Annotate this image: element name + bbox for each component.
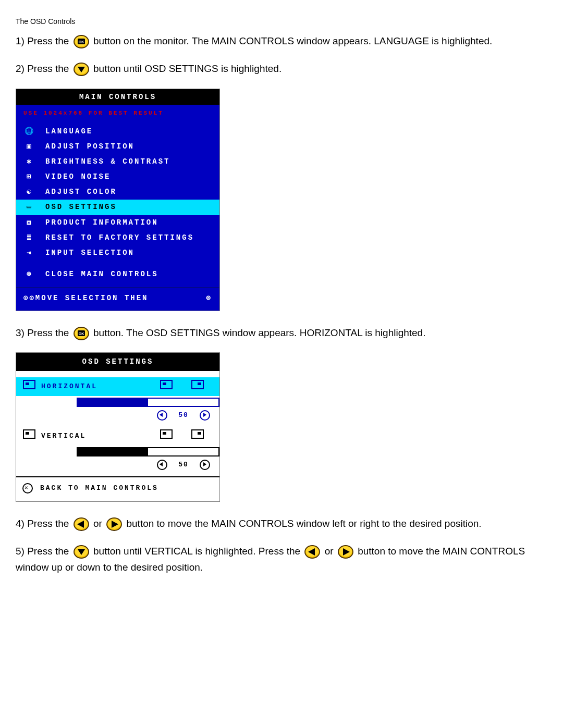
step-3-text-a: 3) Press the [16, 327, 72, 338]
ok-button-icon [74, 327, 89, 340]
menu-item-label: RESET TO FACTORY SETTINGS [36, 232, 194, 244]
ok-button-icon [74, 35, 89, 48]
menu-item-label: VIDEO NOISE [36, 171, 111, 183]
menu-item-brightness-contrast[interactable]: ✱ BRIGHTNESS & CONTRAST [16, 154, 219, 169]
step-1: 1) Press the button on the monitor. The … [16, 33, 547, 49]
reset-icon: ≣ [23, 232, 36, 244]
menu-item-adjust-position[interactable]: ▣ ADJUST POSITION [16, 139, 219, 154]
menu-item-label: ADJUST POSITION [36, 141, 134, 153]
vertical-value: 50 [167, 459, 200, 470]
left-button-icon [74, 517, 89, 531]
osd-row-vertical[interactable]: VERTICAL [16, 427, 219, 445]
osd-row-label: VERTICAL [36, 430, 151, 441]
video-noise-icon: ⊞ [23, 171, 36, 183]
horizontal-bar [77, 398, 219, 407]
step-1-text-b: button on the monitor. The MAIN CONTROLS… [93, 35, 492, 46]
decrease-icon[interactable] [157, 410, 167, 421]
down-button-icon [74, 545, 89, 559]
nav-icons: ⊙⊙ [23, 292, 35, 304]
horizontal-value: 50 [167, 410, 200, 421]
close-icon: ⊗ [23, 268, 36, 280]
step-5-text-c: or [325, 546, 336, 557]
vertical-bar [77, 447, 219, 456]
adjust-color-icon: ☯ [23, 186, 36, 198]
increase-icon[interactable] [200, 460, 210, 470]
step-3-text-b: button. The OSD SETTINGS window appears.… [93, 327, 425, 338]
osd-settings-icon: ▭ [23, 201, 36, 213]
step-5-text-a: 5) Press the [16, 546, 72, 557]
step-2-text-a: 2) Press the [16, 63, 72, 74]
menu-item-product-info[interactable]: ⧈ PRODUCT INFORMATION [16, 215, 219, 230]
footer-end-icon: ⊗ [206, 292, 212, 304]
menu-item-language[interactable]: 🌐 LANGUAGE [16, 124, 219, 139]
pos-bottom-icon [182, 429, 213, 442]
step-4-text-b: or [93, 518, 105, 529]
menu-item-label: CLOSE MAIN CONTROLS [36, 268, 158, 280]
adjust-position-icon: ▣ [23, 141, 36, 153]
step-4: 4) Press the or button to move the MAIN … [16, 515, 547, 532]
main-controls-title: MAIN CONTROLS [16, 89, 219, 105]
step-1-text-a: 1) Press the [16, 35, 72, 46]
step-4-text-c: button to move the MAIN CONTROLS window … [126, 518, 481, 529]
menu-item-label: ADJUST COLOR [36, 186, 117, 198]
osd-row-label: HORIZONTAL [36, 381, 151, 392]
footer-text: MOVE SELECTION THEN [35, 292, 206, 304]
menu-item-label: INPUT SELECTION [36, 247, 134, 259]
menu-item-label: BRIGHTNESS & CONTRAST [36, 156, 170, 168]
right-button-icon [338, 545, 353, 559]
osd-settings-title: OSD SETTINGS [16, 353, 219, 371]
input-selection-icon: ⇥ [23, 247, 36, 259]
step-2-text-b: button until OSD SETTINGS is highlighted… [93, 63, 282, 74]
step-3: 3) Press the button. The OSD SETTINGS wi… [16, 325, 547, 341]
pos-right-icon [182, 380, 213, 393]
main-controls-footer: ⊙⊙ MOVE SELECTION THEN ⊗ [16, 287, 219, 311]
language-icon: 🌐 [23, 126, 36, 138]
pos-left-icon [151, 380, 182, 393]
step-5-text-b: button until VERTICAL is highlighted. Pr… [93, 546, 303, 557]
main-controls-menu: 🌐 LANGUAGE ▣ ADJUST POSITION ✱ BRIGHTNES… [16, 124, 219, 287]
pos-top-icon [151, 429, 182, 442]
decrease-icon[interactable] [157, 460, 167, 470]
menu-item-label: OSD SETTINGS [36, 201, 117, 213]
osd-settings-panel: OSD SETTINGS HORIZONTAL 50 VERTICAL 50 B… [16, 352, 220, 501]
menu-item-adjust-color[interactable]: ☯ ADJUST COLOR [16, 184, 219, 200]
menu-item-label: PRODUCT INFORMATION [36, 217, 158, 229]
doc-title: The OSD Controls [16, 16, 547, 28]
main-controls-hint: USE 1024x768 FOR BEST RESULT [16, 105, 219, 124]
menu-item-input-selection[interactable]: ⇥ INPUT SELECTION [16, 245, 219, 261]
menu-item-osd-settings[interactable]: ▭ OSD SETTINGS [16, 200, 219, 215]
horizontal-adjust-row: 50 [16, 409, 219, 427]
vertical-adjust-row: 50 [16, 458, 219, 476]
osd-row-horizontal[interactable]: HORIZONTAL [16, 377, 219, 396]
step-5: 5) Press the button until VERTICAL is hi… [16, 543, 547, 576]
back-icon [22, 483, 33, 493]
menu-item-label: LANGUAGE [36, 126, 93, 138]
increase-icon[interactable] [200, 410, 210, 421]
menu-item-video-noise[interactable]: ⊞ VIDEO NOISE [16, 169, 219, 184]
main-controls-panel: MAIN CONTROLS USE 1024x768 FOR BEST RESU… [16, 89, 220, 311]
back-label: BACK TO MAIN CONTROLS [33, 483, 158, 493]
step-4-text-a: 4) Press the [16, 518, 72, 529]
horizontal-icon [22, 380, 36, 393]
right-button-icon [106, 517, 122, 531]
osd-settings-footer[interactable]: BACK TO MAIN CONTROLS [16, 476, 219, 501]
menu-item-reset-factory[interactable]: ≣ RESET TO FACTORY SETTINGS [16, 230, 219, 245]
product-info-icon: ⧈ [23, 217, 36, 229]
vertical-icon [22, 429, 36, 442]
step-2: 2) Press the button until OSD SETTINGS i… [16, 60, 547, 77]
down-button-icon [74, 63, 89, 76]
left-button-icon [304, 545, 320, 559]
brightness-icon: ✱ [23, 156, 36, 168]
menu-item-close[interactable]: ⊗ CLOSE MAIN CONTROLS [16, 267, 219, 282]
